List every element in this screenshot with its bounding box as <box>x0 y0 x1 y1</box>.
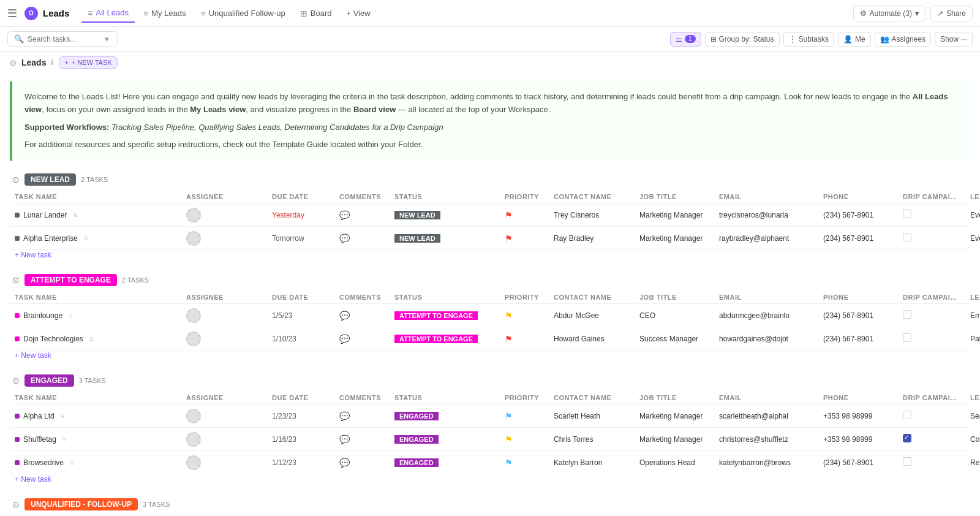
comment-icon[interactable]: 💬 <box>339 458 350 468</box>
priority-cell[interactable]: ⚑ <box>500 458 549 468</box>
due-date-cell[interactable]: 1/16/23 <box>267 435 334 444</box>
drip-checkbox[interactable] <box>903 457 911 466</box>
comments-cell[interactable]: 💬 <box>334 458 390 468</box>
priority-cell[interactable]: ⚑ <box>500 334 549 344</box>
task-name-cell[interactable]: Dojo Technologies ≡ <box>10 335 181 343</box>
drag-icon[interactable]: ≡ <box>69 311 73 320</box>
priority-cell[interactable]: ⚑ <box>500 411 549 421</box>
comments-cell[interactable]: 💬 <box>334 311 390 321</box>
hamburger-icon[interactable]: ☰ <box>7 7 17 20</box>
group-by-button[interactable]: ⊞ Group by: Status <box>705 32 780 47</box>
assignee-cell[interactable] <box>181 432 267 447</box>
section-toggle-engaged[interactable]: ⊙ <box>12 376 20 385</box>
status-cell[interactable]: ENGAGED <box>390 435 500 444</box>
assignee-cell[interactable] <box>181 231 267 246</box>
new-task-label[interactable]: + New task <box>10 472 56 486</box>
new-task-link[interactable]: + New task <box>10 351 970 360</box>
drip-campaign-cell[interactable] <box>898 233 965 243</box>
search-box[interactable]: 🔍 ▾ <box>7 31 118 47</box>
comment-icon[interactable]: 💬 <box>339 411 350 421</box>
drip-campaign-cell[interactable] <box>898 333 965 344</box>
automate-button[interactable]: ⚙ Automate (3) ▾ <box>853 6 925 21</box>
status-badge[interactable]: ENGAGED <box>394 412 439 420</box>
assignee-cell[interactable] <box>181 308 267 323</box>
status-cell[interactable]: ATTEMPT TO ENGAGE <box>390 335 500 343</box>
tab-add-view[interactable]: + View <box>340 5 376 21</box>
show-button[interactable]: Show ··· <box>935 32 973 47</box>
status-badge[interactable]: NEW LEAD <box>394 211 440 219</box>
tab-unqualified-followup[interactable]: ≡ Unqualified Follow-up <box>195 5 292 22</box>
priority-flag[interactable]: ⚑ <box>505 434 513 444</box>
assignees-button[interactable]: 👥 Assignees <box>875 32 931 47</box>
section-toggle-new_lead[interactable]: ⊙ <box>12 175 20 184</box>
status-badge[interactable]: ENGAGED <box>394 435 439 444</box>
comment-icon[interactable]: 💬 <box>339 210 350 220</box>
drip-campaign-cell[interactable] <box>898 434 965 444</box>
status-badge[interactable]: ATTEMPT TO ENGAGE <box>394 311 478 320</box>
subtasks-button[interactable]: ⋮ Subtasks <box>783 32 834 47</box>
drip-checkbox[interactable] <box>903 210 911 218</box>
drag-icon[interactable]: ≡ <box>73 211 77 219</box>
avatar[interactable] <box>186 332 201 346</box>
avatar[interactable] <box>186 231 201 246</box>
drag-icon[interactable]: ≡ <box>62 435 67 444</box>
task-name-cell[interactable]: Lunar Lander ≡ <box>10 211 181 219</box>
new-task-link[interactable]: + New task <box>10 250 970 259</box>
due-date-cell[interactable]: Yesterday <box>267 211 334 219</box>
search-input[interactable] <box>28 35 101 44</box>
due-date-cell[interactable]: 1/10/23 <box>267 335 334 343</box>
assignee-cell[interactable] <box>181 455 267 470</box>
priority-cell[interactable]: ⚑ <box>500 311 549 321</box>
drip-campaign-cell[interactable] <box>898 457 965 468</box>
status-badge[interactable]: ENGAGED <box>394 458 439 467</box>
avatar[interactable] <box>186 432 201 447</box>
comments-cell[interactable]: 💬 <box>334 411 390 421</box>
me-button[interactable]: 👤 Me <box>838 32 871 47</box>
new-task-label[interactable]: + New task <box>10 248 56 262</box>
new-task-header-button[interactable]: + + NEW TASK <box>59 56 117 69</box>
drag-icon[interactable]: ≡ <box>84 234 88 243</box>
drip-checkbox[interactable] <box>903 411 911 419</box>
drip-checkbox[interactable] <box>903 434 911 442</box>
status-cell[interactable]: ENGAGED <box>390 458 500 467</box>
section-toggle-attempt_to_engage[interactable]: ⊙ <box>12 275 20 285</box>
priority-cell[interactable]: ⚑ <box>500 434 549 444</box>
section-badge-new_lead[interactable]: NEW LEAD <box>24 173 76 186</box>
tab-my-leads[interactable]: ≡ My Leads <box>137 5 192 22</box>
avatar[interactable] <box>186 308 201 323</box>
priority-flag[interactable]: ⚑ <box>505 210 513 220</box>
comments-cell[interactable]: 💬 <box>334 210 390 220</box>
assignee-cell[interactable] <box>181 332 267 346</box>
task-name-cell[interactable]: Brainlounge ≡ <box>10 311 181 320</box>
leads-toggle[interactable]: ⊙ <box>10 58 17 67</box>
filter-button[interactable]: ⚌ 1 <box>670 32 701 47</box>
priority-flag[interactable]: ⚑ <box>505 411 513 421</box>
priority-flag[interactable]: ⚑ <box>505 334 513 344</box>
task-name-cell[interactable]: Alpha Ltd ≡ <box>10 412 181 420</box>
drag-icon[interactable]: ≡ <box>61 412 65 420</box>
task-name-cell[interactable]: Shuffletag ≡ <box>10 435 181 444</box>
due-date-cell[interactable]: 1/12/23 <box>267 458 334 467</box>
status-cell[interactable]: NEW LEAD <box>390 234 500 243</box>
assignee-cell[interactable] <box>181 409 267 423</box>
new-task-label[interactable]: + New task <box>10 349 56 362</box>
section-toggle-unqualified[interactable]: ⊙ <box>12 499 20 509</box>
comments-cell[interactable]: 💬 <box>334 434 390 444</box>
avatar[interactable] <box>186 409 201 423</box>
priority-cell[interactable]: ⚑ <box>500 210 549 220</box>
drip-campaign-cell[interactable] <box>898 310 965 321</box>
new-task-link[interactable]: + New task <box>10 474 970 484</box>
avatar[interactable] <box>186 208 201 222</box>
drip-campaign-cell[interactable] <box>898 411 965 421</box>
avatar[interactable] <box>186 455 201 470</box>
drag-icon[interactable]: ≡ <box>70 458 74 467</box>
status-badge[interactable]: ATTEMPT TO ENGAGE <box>394 335 478 343</box>
status-cell[interactable]: ENGAGED <box>390 412 500 420</box>
task-name-cell[interactable]: Alpha Enterprise ≡ <box>10 234 181 243</box>
priority-cell[interactable]: ⚑ <box>500 233 549 243</box>
drip-checkbox[interactable] <box>903 310 911 319</box>
comments-cell[interactable]: 💬 <box>334 334 390 344</box>
tab-all-leads[interactable]: ≡ All Leads <box>81 4 135 23</box>
due-date-cell[interactable]: 1/5/23 <box>267 311 334 320</box>
comment-icon[interactable]: 💬 <box>339 434 350 444</box>
